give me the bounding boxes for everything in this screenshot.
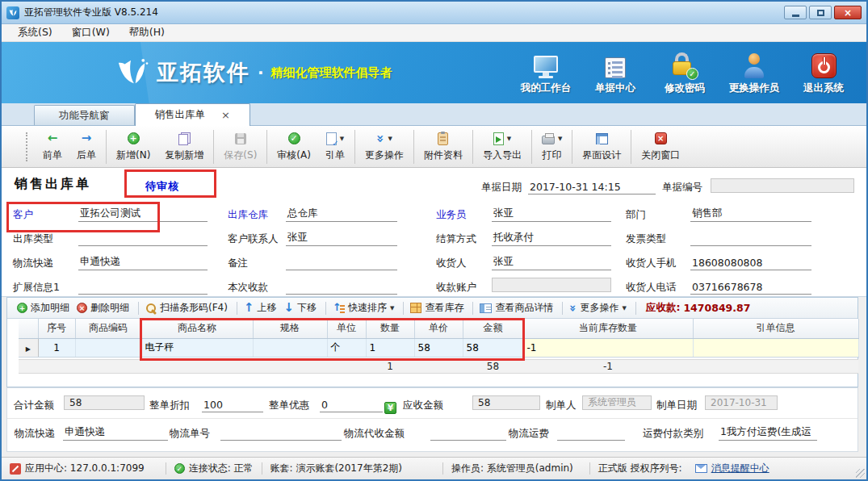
next-doc-button[interactable]: →后单: [69, 128, 103, 165]
cell-seq[interactable]: 1: [38, 338, 75, 357]
col-product-code[interactable]: 商品编码: [75, 319, 141, 338]
switch-operator-button[interactable]: 更换操作员: [719, 51, 789, 95]
consignee-phone-label: 收货人电话: [626, 278, 690, 295]
footer-divider: [7, 418, 858, 419]
col-unit[interactable]: 单位: [327, 319, 366, 338]
cell-amount[interactable]: 58: [463, 338, 523, 357]
minimize-button[interactable]: [784, 6, 807, 19]
settlement-label: 结算方式: [436, 229, 491, 246]
delete-detail-button[interactable]: ×删除明细: [77, 301, 129, 315]
current-receipt-field[interactable]: [286, 278, 397, 295]
ui-design-button[interactable]: 界面设计: [575, 128, 628, 165]
message-center-link[interactable]: 消息提醒中心: [695, 462, 769, 475]
statusbar-separator: [262, 462, 262, 475]
toolbar-grip[interactable]: [26, 132, 27, 161]
connection-status: ✓连接状态: 正常: [174, 462, 254, 475]
copy-new-button[interactable]: 复制新增: [157, 128, 211, 165]
outbound-type-field[interactable]: [78, 229, 208, 246]
preferential-field[interactable]: 0: [320, 395, 383, 412]
discount-label: 整单折扣: [149, 395, 190, 412]
exit-system-button[interactable]: 退出系统: [789, 51, 858, 95]
cell-product-name[interactable]: 电子秤: [141, 338, 253, 357]
cod-amount-field[interactable]: [430, 424, 506, 441]
consignee-field[interactable]: 张亚: [492, 253, 611, 270]
cell-product-code[interactable]: [75, 338, 141, 357]
menu-system[interactable]: 系统(S): [8, 24, 62, 41]
maximize-button[interactable]: [809, 6, 832, 19]
caret-down-icon: ▼: [388, 136, 392, 142]
consignee-phone-field[interactable]: 03716678678: [690, 278, 811, 295]
brand-separator: ·: [258, 63, 264, 82]
my-workstation-button[interactable]: 我的工作台: [511, 51, 581, 95]
document-center-button[interactable]: 单据中心: [581, 51, 650, 95]
app-window: 亚拓管理软件专业版 V8.5.214 × 系统(S) 窗口(W) 帮助(H) 亚…: [0, 0, 868, 481]
table-row: ▶ 1 电子秤 个 1 58 58 -1: [19, 338, 858, 357]
col-qty[interactable]: 数量: [366, 319, 414, 338]
move-down-button[interactable]: ↓下移: [283, 301, 317, 315]
freight-field[interactable]: [557, 424, 625, 441]
tab-sales-outbound[interactable]: 销售出库单 ×: [135, 103, 250, 126]
close-button[interactable]: ×: [834, 6, 862, 19]
logistics-field[interactable]: 申通快递: [78, 253, 208, 270]
col-current-stock[interactable]: 当前库存数量: [523, 319, 693, 338]
footer-logistics-field[interactable]: 申通快递: [63, 424, 168, 441]
remark-field[interactable]: [286, 253, 397, 270]
freight-type-field[interactable]: 1我方付运费(生成运: [719, 424, 817, 441]
add-new-button[interactable]: +新增(N): [109, 128, 157, 165]
change-password-button[interactable]: ✓ 修改密码: [650, 51, 719, 95]
close-window-button[interactable]: ×关闭窗口: [634, 128, 687, 165]
department-field[interactable]: 销售部: [690, 205, 811, 222]
import-export-button[interactable]: ▼导入导出: [476, 128, 529, 165]
menu-help[interactable]: 帮助(H): [120, 24, 174, 41]
print-button[interactable]: ▼打印: [535, 128, 569, 165]
col-spec[interactable]: 规格: [253, 319, 327, 338]
switch-operator-icon: [744, 51, 765, 78]
customer-field[interactable]: 亚拓公司测试: [78, 205, 208, 222]
view-stock-button[interactable]: 查看库存: [410, 301, 463, 315]
cell-spec[interactable]: [253, 338, 327, 357]
discount-field[interactable]: 100: [202, 395, 263, 412]
col-amount[interactable]: 金额: [463, 319, 523, 338]
prev-doc-button[interactable]: ←前单: [36, 128, 69, 165]
add-detail-button[interactable]: +添加明细: [17, 301, 69, 315]
consignee-mobile-label: 收货人手机: [626, 253, 690, 270]
statusbar-separator: [166, 462, 166, 475]
col-seq[interactable]: 序号: [38, 319, 75, 338]
settlement-field[interactable]: 托收承付: [492, 229, 611, 246]
col-ref-info[interactable]: 引单信息: [693, 319, 858, 338]
tab-function-nav[interactable]: 功能导航窗: [34, 105, 135, 125]
resize-grip-icon[interactable]: [856, 469, 865, 478]
move-down-icon: ↓: [283, 302, 294, 314]
ext-info1-field[interactable]: [78, 278, 208, 295]
tracking-no-field[interactable]: [220, 424, 342, 441]
scan-barcode-button[interactable]: 扫描条形码(F4): [145, 301, 228, 315]
cell-unit[interactable]: 个: [327, 338, 366, 357]
customer-contact-label: 客户联系人: [228, 229, 286, 246]
tab-close-icon[interactable]: ×: [221, 110, 230, 120]
grid-toolbar-separator: [138, 302, 139, 315]
row-selector[interactable]: ▶: [19, 338, 38, 357]
warehouse-field[interactable]: 总仓库: [286, 205, 397, 222]
copy-icon: [178, 132, 191, 145]
ref-doc-button[interactable]: ▼引单: [318, 128, 352, 165]
more-actions-button[interactable]: »▼更多操作: [358, 128, 411, 165]
yen-icon[interactable]: ¥: [384, 397, 396, 414]
customer-contact-field[interactable]: 张亚: [286, 229, 397, 246]
cell-price[interactable]: 58: [414, 338, 463, 357]
attachment-icon: [438, 132, 448, 145]
toolbar-separator: [106, 130, 107, 164]
cell-qty[interactable]: 1: [366, 338, 414, 357]
salesman-field[interactable]: 张亚: [492, 205, 611, 222]
quick-sort-button[interactable]: ↑快速排序▼: [333, 301, 394, 315]
menu-window[interactable]: 窗口(W): [62, 24, 120, 41]
move-up-button[interactable]: ↑上移: [244, 301, 277, 315]
col-price[interactable]: 单价: [414, 319, 463, 338]
consignee-mobile-field[interactable]: 18608080808: [690, 253, 811, 270]
audit-button[interactable]: ✓审核(A): [270, 128, 318, 165]
attachment-button[interactable]: 附件资料: [417, 128, 470, 165]
view-product-detail-button[interactable]: 查看商品详情: [480, 301, 553, 315]
col-product-name[interactable]: 商品名称: [141, 319, 253, 338]
doc-date-field[interactable]: 2017-10-31 14:15: [528, 178, 656, 194]
grid-more-actions-button[interactable]: »更多操作▼: [569, 301, 626, 315]
invoice-type-field[interactable]: [690, 229, 811, 246]
